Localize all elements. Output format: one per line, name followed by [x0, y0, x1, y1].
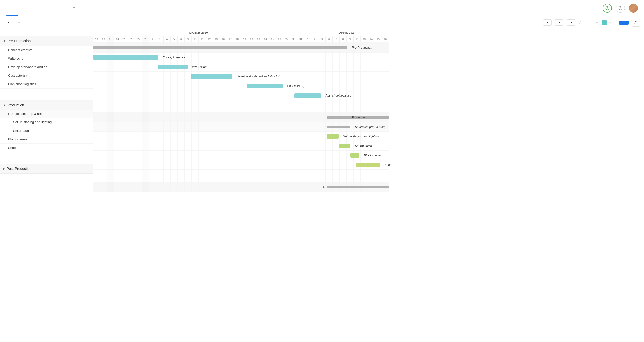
expand-arrow-icon[interactable]: ▶: [323, 185, 325, 188]
all-dates-filter[interactable]: ▾: [555, 19, 564, 26]
task-write-script[interactable]: Write script: [0, 54, 93, 63]
gantt-bar-production_bar[interactable]: [327, 116, 389, 119]
gantt-bar-logistics_bar[interactable]: [294, 93, 321, 98]
task-block-scenes[interactable]: Block scenes: [0, 135, 93, 144]
gantt-bar-pre_prod_bar[interactable]: [93, 46, 347, 49]
zoom-control[interactable]: ▾: [595, 21, 598, 24]
gantt-bar-storyboard_bar[interactable]: [191, 74, 232, 79]
expand-arrow-icon: ▶: [3, 167, 5, 170]
chevron-down-icon: ▾: [8, 21, 9, 24]
chevron-down-icon: ▾: [609, 21, 611, 24]
gantt-row: Studio/set prep & setup: [93, 122, 389, 132]
menu-button[interactable]: ▾: [4, 20, 12, 25]
collapse-arrow-icon: ▼: [7, 112, 10, 115]
toolbar: ▾ ▾ ▾ ▾ ▾ ✓ ▾ ▾: [0, 16, 644, 29]
gantt-row: Plan shoot logistics: [93, 91, 389, 100]
task-develop-storyboard[interactable]: Develop storyboard and sh...: [0, 63, 93, 71]
gantt-bar-cast_bar[interactable]: [247, 84, 283, 88]
top-navigation: ▾: [0, 0, 644, 16]
share-icon-button[interactable]: [632, 19, 640, 27]
task-plan-shoot-logistics[interactable]: Plan shoot logistics: [0, 80, 93, 89]
tab-more[interactable]: ▾: [66, 0, 81, 16]
gantt-row: Set up audio: [93, 141, 389, 151]
task-set-up-audio[interactable]: Set up audio: [0, 126, 93, 135]
empty-row-1: [0, 89, 93, 101]
gantt-row: ▶: [93, 182, 389, 192]
gantt-row: [93, 100, 389, 112]
gantt-row: Write script: [93, 62, 389, 72]
empty-row-2: [0, 152, 93, 164]
chevron-down-icon: ▾: [18, 21, 20, 24]
project-title: [0, 29, 93, 36]
gantt-row: [93, 170, 389, 182]
divider-2: [615, 20, 615, 25]
invite-people-button[interactable]: [619, 21, 629, 25]
tab-people[interactable]: [54, 0, 66, 16]
color-swatch[interactable]: [602, 20, 607, 25]
group-post-production[interactable]: ▶ Post-Production: [0, 164, 93, 174]
gantt-bar-concept_bar[interactable]: [93, 55, 158, 60]
nav-tabs: ▾: [6, 0, 603, 16]
task-shoot[interactable]: Shoot: [0, 144, 93, 152]
gantt-bar-studio_setup_bar[interactable]: [327, 126, 350, 128]
gantt-row: Concept creative: [93, 53, 389, 62]
gantt-bar-post-production[interactable]: [327, 186, 389, 188]
tab-list[interactable]: [18, 0, 30, 16]
gantt-row: Shoot: [93, 160, 389, 170]
tab-discussions[interactable]: [42, 0, 54, 16]
gantt-body: Pre-ProductionConcept creativeWrite scri…: [93, 42, 395, 192]
divider: [591, 20, 591, 25]
group-pre-production[interactable]: ▼ Pre-Production: [0, 36, 93, 46]
chevron-down-icon: ▾: [571, 21, 572, 24]
gantt-header: MARCH 2020APRIL 202192021242526272823456…: [93, 29, 395, 42]
gantt-bar-block_bar[interactable]: [350, 153, 359, 158]
everyone-filter[interactable]: ▾: [543, 19, 552, 26]
task-set-up-staging[interactable]: Set up staging and lighting: [0, 118, 93, 126]
gantt-row: Block scenes: [93, 151, 389, 160]
task-cast-actors[interactable]: Cast actor(s): [0, 71, 93, 80]
timer-icon-button[interactable]: [603, 4, 612, 13]
checkbox-checked-icon: ✓: [578, 20, 582, 25]
gantt-bar-audio_bar[interactable]: [339, 144, 350, 148]
chevron-down-icon: ▾: [73, 6, 75, 10]
tab-calendar[interactable]: [30, 0, 42, 16]
task-concept-creative[interactable]: Concept creative: [0, 46, 93, 54]
collapse-arrow-icon: ▼: [3, 39, 6, 42]
subgroup-studio-setup[interactable]: ▼ Studio/set prep & setup: [0, 110, 93, 118]
chevron-down-icon: ▾: [596, 21, 598, 24]
task-list-panel: ▼ Pre-Production Concept creative Write …: [0, 29, 93, 342]
gantt-bar-staging_bar[interactable]: [327, 134, 339, 139]
group-production[interactable]: ▼ Production: [0, 101, 93, 110]
gantt-row: Cast actor(s): [93, 81, 389, 91]
chevron-down-icon: ▾: [559, 21, 560, 24]
all-colors-filter[interactable]: ▾: [567, 19, 575, 26]
hide-completed-toggle[interactable]: ✓: [578, 20, 583, 25]
main-content: ▼ Pre-Production Concept creative Write …: [0, 29, 644, 342]
collapse-arrow-icon: ▼: [3, 104, 6, 107]
gantt-row: Set up staging and lighting: [93, 132, 389, 141]
tab-gantt[interactable]: [6, 0, 18, 16]
gantt-bar-shoot_bar[interactable]: [356, 163, 380, 167]
avatar[interactable]: [629, 4, 638, 13]
gantt-row: Develop storyboard and shot list: [93, 72, 389, 81]
help-icon-button[interactable]: [616, 4, 625, 13]
gantt-row: Production: [93, 112, 389, 122]
gantt-row: Pre-Production: [93, 42, 389, 53]
view-button[interactable]: ▾: [14, 20, 23, 25]
nav-right-icons: [603, 4, 638, 13]
chevron-down-icon: ▾: [547, 21, 548, 24]
gantt-bar-script_bar[interactable]: [158, 65, 188, 69]
gantt-panel: MARCH 2020APRIL 202192021242526272823456…: [93, 29, 644, 342]
